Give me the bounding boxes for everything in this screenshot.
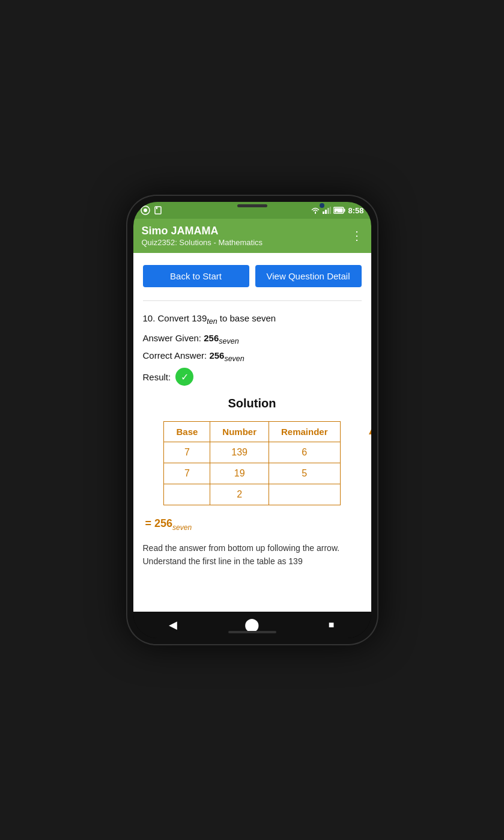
svg-rect-5: [325, 210, 327, 214]
cell-remainder-3: [269, 484, 341, 505]
wifi-icon: [311, 207, 320, 214]
nav-back-button[interactable]: ◀: [162, 614, 184, 636]
battery-icon: +: [333, 207, 345, 214]
svg-rect-9: [344, 209, 345, 212]
solution-arrow: [356, 421, 371, 517]
nav-recents-button[interactable]: ■: [321, 614, 342, 636]
phone-bottom-bar: [228, 631, 276, 633]
bottom-nav: ◀ ⬤ ■: [133, 612, 371, 638]
view-question-detail-button[interactable]: View Question Detail: [255, 265, 362, 287]
cell-number-1: 139: [210, 442, 269, 463]
answer-given-line: Answer Given: 256seven: [143, 333, 362, 345]
svg-text:+: +: [336, 210, 338, 213]
status-time: 8:58: [348, 206, 363, 215]
svg-point-1: [144, 208, 147, 212]
col-header-remainder: Remainder: [269, 422, 341, 442]
question-number: 10. Convert 139: [143, 313, 207, 323]
svg-rect-7: [330, 207, 331, 214]
cell-base-3: [164, 484, 210, 505]
app-bar: Simo JAMAMA Quiz2352: Solutions - Mathem…: [133, 219, 371, 253]
cell-number-3: 2: [210, 484, 269, 505]
correct-check-icon: ✓: [175, 368, 193, 386]
status-left-icons: [141, 205, 162, 215]
subtitle: Quiz2352: Solutions - Mathematics: [142, 238, 263, 247]
question-rest: to base seven: [217, 313, 276, 323]
correct-answer-label: Correct Answer: 256: [143, 350, 225, 361]
solution-table: Base Number Remainder 7 139 6 7: [163, 421, 340, 505]
table-row: 2: [164, 484, 340, 505]
signal-icon: [323, 207, 331, 214]
divider: [143, 300, 362, 301]
solution-table-wrapper: Base Number Remainder 7 139 6 7: [143, 421, 362, 505]
question-text: 10. Convert 139ten to base seven: [143, 312, 362, 327]
table-row: 7 139 6: [164, 442, 340, 463]
svg-rect-6: [327, 208, 329, 214]
correct-answer-sub: seven: [224, 355, 244, 363]
action-buttons-row: Back to Start View Question Detail: [143, 265, 362, 287]
result-label: Result:: [143, 372, 171, 382]
result-formula-text: = 256seven: [145, 517, 192, 529]
result-line: Result: ✓: [143, 368, 362, 386]
result-formula: = 256seven: [143, 517, 362, 532]
cell-remainder-2: 5: [269, 463, 341, 484]
app-bar-title: Simo JAMAMA Quiz2352: Solutions - Mathem…: [142, 225, 263, 247]
cell-base-1: 7: [164, 442, 210, 463]
table-row: 7 19 5: [164, 463, 340, 484]
screen-content: Back to Start View Question Detail 10. C…: [133, 253, 371, 612]
sim-icon: [141, 205, 150, 215]
back-to-start-button[interactable]: Back to Start: [143, 265, 249, 287]
table-header-row: Base Number Remainder: [164, 422, 340, 442]
col-header-base: Base: [164, 422, 210, 442]
cell-base-2: 7: [164, 463, 210, 484]
svg-rect-3: [156, 207, 157, 209]
correct-answer-line: Correct Answer: 256seven: [143, 350, 362, 363]
svg-marker-13: [369, 424, 371, 434]
cell-number-2: 19: [210, 463, 269, 484]
description-text: Read the answer from bottom up following…: [143, 541, 362, 568]
answer-given-sub: seven: [219, 337, 238, 345]
sd-card-icon: [154, 206, 162, 215]
solution-heading: Solution: [143, 397, 362, 410]
more-menu-icon[interactable]: ⋮: [351, 230, 363, 242]
svg-rect-4: [323, 212, 324, 214]
cell-remainder-1: 6: [269, 442, 341, 463]
status-right-icons: + 8:58: [311, 206, 363, 215]
col-header-number: Number: [210, 422, 269, 442]
result-sub: seven: [172, 523, 192, 532]
svg-rect-2: [155, 207, 161, 214]
answer-given-label: Answer Given: 256: [143, 333, 219, 343]
base-ten-sub: ten: [207, 317, 217, 326]
username: Simo JAMAMA: [142, 225, 263, 238]
